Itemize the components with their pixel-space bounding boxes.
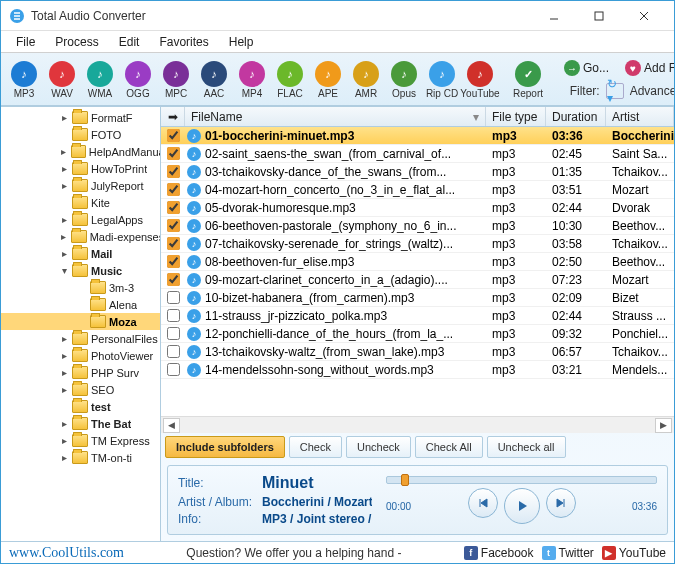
next-button[interactable] (546, 488, 576, 518)
format-mp4[interactable]: ♪MP4 (235, 61, 269, 99)
format-ape[interactable]: ♪APE (311, 61, 345, 99)
format-mp3[interactable]: ♪MP3 (7, 61, 41, 99)
file-checkbox[interactable] (167, 165, 180, 178)
filter-cycle-button[interactable]: ↻ ▾ (606, 83, 624, 99)
tree-item[interactable]: ▸HelpAndManual (1, 143, 160, 160)
file-row[interactable]: ♪14-mendelssohn-song_without_words.mp3mp… (161, 361, 674, 379)
file-checkbox[interactable] (167, 345, 180, 358)
format-aac[interactable]: ♪AAC (197, 61, 231, 99)
horizontal-scrollbar[interactable]: ◀ ▶ (161, 416, 674, 433)
file-list[interactable]: ♪01-boccherini-minuet.mp3mp303:36Boccher… (161, 127, 674, 416)
scroll-left-button[interactable]: ◀ (163, 418, 180, 433)
tree-item[interactable]: Kite (1, 194, 160, 211)
tree-item[interactable]: Alena (1, 296, 160, 313)
expand-icon[interactable]: ▸ (59, 112, 69, 123)
tree-item[interactable]: ▸LegalApps (1, 211, 160, 228)
menu-help[interactable]: Help (220, 33, 263, 51)
file-checkbox[interactable] (167, 255, 180, 268)
twitter-link[interactable]: tTwitter (542, 546, 594, 560)
col-duration[interactable]: Duration (546, 107, 606, 126)
file-row[interactable]: ♪11-strauss_jr-pizzicato_polka.mp3mp302:… (161, 307, 674, 325)
play-button[interactable] (504, 488, 540, 524)
file-row[interactable]: ♪07-tchaikovsky-serenade_for_strings_(wa… (161, 235, 674, 253)
col-filename[interactable]: FileName▾ (185, 107, 486, 126)
expand-icon[interactable]: ▸ (59, 231, 68, 242)
file-checkbox[interactable] (167, 147, 180, 160)
file-row[interactable]: ♪03-tchaikovsky-dance_of_the_swans_(from… (161, 163, 674, 181)
format-wav[interactable]: ♪WAV (45, 61, 79, 99)
file-row[interactable]: ♪12-ponchielli-dance_of_the_hours_(from_… (161, 325, 674, 343)
menu-file[interactable]: File (7, 33, 44, 51)
advanced-filter-link[interactable]: Advanced filter (630, 84, 675, 98)
include-subfolders-button[interactable]: Include subfolders (165, 436, 285, 458)
file-checkbox[interactable] (167, 183, 180, 196)
file-checkbox[interactable] (167, 291, 180, 304)
file-checkbox[interactable] (167, 201, 180, 214)
file-row[interactable]: ♪02-saint_saens-the_swan_(from_carnival_… (161, 145, 674, 163)
report-button[interactable]: ✓ Report (513, 61, 543, 99)
tree-item[interactable]: ▸Madi-expenses (1, 228, 160, 245)
expand-icon[interactable]: ▸ (59, 350, 69, 361)
prev-button[interactable] (468, 488, 498, 518)
expand-icon[interactable]: ▸ (59, 452, 69, 463)
file-row[interactable]: ♪06-beethoven-pastorale_(symphony_no_6_i… (161, 217, 674, 235)
scroll-right-button[interactable]: ▶ (655, 418, 672, 433)
file-checkbox[interactable] (167, 363, 180, 376)
tree-item[interactable]: ▸TM Express (1, 432, 160, 449)
expand-icon[interactable]: ▸ (59, 248, 69, 259)
expand-icon[interactable]: ▾ (59, 265, 69, 276)
file-checkbox[interactable] (167, 237, 180, 250)
file-checkbox[interactable] (167, 129, 180, 142)
format-rip-cd[interactable]: ♪Rip CD (425, 61, 459, 99)
file-checkbox[interactable] (167, 219, 180, 232)
col-checkbox[interactable]: ➡ (161, 107, 185, 126)
go-button[interactable]: →Go... (559, 57, 614, 79)
tree-item[interactable]: FOTO (1, 126, 160, 143)
expand-icon[interactable]: ▸ (59, 367, 69, 378)
col-filetype[interactable]: File type (486, 107, 546, 126)
tree-item[interactable]: ▸HowToPrint (1, 160, 160, 177)
progress-thumb[interactable] (401, 474, 409, 486)
expand-icon[interactable]: ▸ (59, 384, 69, 395)
file-row[interactable]: ♪13-tchaikovsky-waltz_(from_swan_lake).m… (161, 343, 674, 361)
tree-item[interactable]: ▸PhotoViewer (1, 347, 160, 364)
tree-item[interactable]: ▸FormatF (1, 109, 160, 126)
expand-icon[interactable]: ▸ (59, 333, 69, 344)
tree-item[interactable]: 3m-3 (1, 279, 160, 296)
tree-item[interactable]: ▸PersonalFiles (1, 330, 160, 347)
format-wma[interactable]: ♪WMA (83, 61, 117, 99)
tree-item[interactable]: ▸The Bat (1, 415, 160, 432)
format-amr[interactable]: ♪AMR (349, 61, 383, 99)
format-ogg[interactable]: ♪OGG (121, 61, 155, 99)
tree-item[interactable]: ▸SEO (1, 381, 160, 398)
file-checkbox[interactable] (167, 327, 180, 340)
file-row[interactable]: ♪08-beethoven-fur_elise.mp3mp302:50Beeth… (161, 253, 674, 271)
progress-bar[interactable] (386, 476, 657, 484)
menu-edit[interactable]: Edit (110, 33, 149, 51)
format-youtube[interactable]: ♪YouTube (463, 61, 497, 99)
footer-url[interactable]: www.CoolUtils.com (9, 545, 124, 561)
folder-tree[interactable]: ▸FormatFFOTO▸HelpAndManual▸HowToPrint▸Ju… (1, 107, 161, 541)
expand-icon[interactable]: ▸ (59, 435, 69, 446)
file-checkbox[interactable] (167, 273, 180, 286)
close-button[interactable] (621, 2, 666, 30)
col-artist[interactable]: Artist (606, 107, 674, 126)
menu-favorites[interactable]: Favorites (150, 33, 217, 51)
tree-item[interactable]: ▸Mail (1, 245, 160, 262)
file-row[interactable]: ♪04-mozart-horn_concerto_(no_3_in_e_flat… (161, 181, 674, 199)
check-button[interactable]: Check (289, 436, 342, 458)
tree-item[interactable]: ▸TM-on-ti (1, 449, 160, 466)
uncheck-button[interactable]: Uncheck (346, 436, 411, 458)
menu-process[interactable]: Process (46, 33, 107, 51)
tree-item[interactable]: Moza (1, 313, 160, 330)
expand-icon[interactable]: ▸ (59, 146, 68, 157)
file-row[interactable]: ♪10-bizet-habanera_(from_carmen).mp3mp30… (161, 289, 674, 307)
file-row[interactable]: ♪01-boccherini-minuet.mp3mp303:36Boccher… (161, 127, 674, 145)
facebook-link[interactable]: fFacebook (464, 546, 534, 560)
add-favorite-button[interactable]: ♥Add Favorite (620, 57, 675, 79)
uncheck-all-button[interactable]: Uncheck all (487, 436, 566, 458)
format-opus[interactable]: ♪Opus (387, 61, 421, 99)
file-checkbox[interactable] (167, 309, 180, 322)
minimize-button[interactable] (531, 2, 576, 30)
expand-icon[interactable]: ▸ (59, 214, 69, 225)
